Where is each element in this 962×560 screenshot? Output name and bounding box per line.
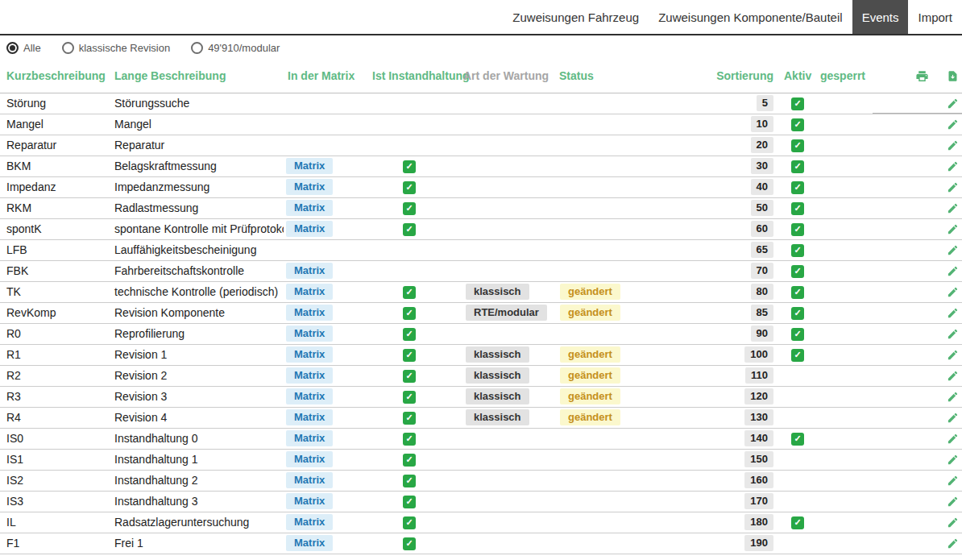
instandhaltung-checkbox[interactable] [403,454,416,467]
gesperrt-cell [818,449,873,470]
instandhaltung-checkbox[interactable] [403,433,416,446]
instandhaltung-checkbox[interactable] [403,181,416,194]
radio-icon[interactable] [191,42,203,54]
edit-icon[interactable] [947,160,959,172]
edit-icon[interactable] [947,118,959,131]
aktiv-checkbox[interactable] [791,286,804,299]
aktiv-checkbox[interactable] [791,223,804,236]
edit-icon[interactable] [947,202,959,214]
instandhaltung-checkbox[interactable] [403,202,416,215]
row-spacer-cell [873,449,940,470]
edit-icon[interactable] [947,496,959,508]
aktiv-checkbox[interactable] [791,265,804,278]
aktiv-checkbox[interactable] [791,202,804,215]
table-row: RKM Radlastmessung Matrix 50 [0,197,962,218]
lange-label: Störungssuche [114,97,189,110]
export-icon[interactable] [947,69,959,83]
edit-icon[interactable] [947,307,959,319]
edit-icon[interactable] [947,433,959,445]
status-badge: geändert [560,388,620,404]
aktiv-checkbox[interactable] [791,349,804,362]
radio-icon[interactable] [6,42,19,54]
table-row: BKM Belagskraftmessung Matrix 30 [0,156,962,176]
tab-zuweisungen-fahrzeug[interactable]: Zuweisungen Fahrzeug [503,0,649,34]
filter-option-alle[interactable]: Alle [6,42,41,54]
aktiv-checkbox[interactable] [791,516,804,529]
edit-icon[interactable] [947,349,959,361]
aktiv-checkbox[interactable] [791,139,804,152]
instandhaltung-checkbox[interactable] [403,223,416,236]
row-spacer-cell [873,302,940,323]
tab-import[interactable]: Import [908,0,962,34]
lange-label: Fahrbereitschaftskontrolle [114,264,244,277]
instandhaltung-checkbox[interactable] [403,328,416,341]
instandhaltung-checkbox[interactable] [403,475,416,487]
edit-icon[interactable] [947,537,959,550]
kurz-label: BKM [6,160,31,172]
kurz-label: R0 [6,327,21,340]
aktiv-checkbox[interactable] [791,307,804,320]
kurz-label: IS0 [6,432,23,445]
row-spacer-cell [873,470,940,491]
table-row: FBK Fahrbereitschaftskontrolle Matrix 70 [0,260,962,281]
edit-icon[interactable] [947,391,959,403]
aktiv-checkbox[interactable] [791,433,804,446]
edit-icon[interactable] [947,454,959,466]
edit-icon[interactable] [947,328,959,340]
edit-icon[interactable] [947,516,959,529]
instandhaltung-checkbox[interactable] [403,412,416,425]
instandhaltung-checkbox[interactable] [403,160,416,173]
instandhaltung-checkbox[interactable] [403,496,416,508]
instandhaltung-checkbox[interactable] [403,537,416,550]
inline-edit-field[interactable] [873,93,940,114]
edit-icon[interactable] [947,181,959,193]
edit-icon[interactable] [947,223,959,235]
table-row: IL Radsatzlageruntersuchung Matrix 180 [0,512,962,533]
edit-icon[interactable] [947,139,959,151]
edit-icon[interactable] [947,286,959,298]
lange-label: Frei 1 [114,537,143,550]
table-row: R4 Revision 4 Matrix klassisch geändert … [0,407,962,428]
instandhaltung-checkbox[interactable] [403,286,416,299]
print-icon[interactable] [915,69,929,83]
edit-icon[interactable] [947,412,959,424]
tab-zuweisungen-komponente-bauteil[interactable]: Zuweisungen Komponente/Bauteil [649,0,852,34]
instandhaltung-checkbox[interactable] [403,349,416,362]
edit-icon[interactable] [947,244,959,256]
sortierung-value: 5 [757,95,773,111]
aktiv-checkbox[interactable] [791,328,804,341]
instandhaltung-checkbox[interactable] [403,370,416,383]
instandhaltung-checkbox[interactable] [403,516,416,529]
kurz-label: TK [6,285,21,298]
gesperrt-cell [818,281,873,302]
edit-icon[interactable] [947,475,959,487]
kurz-label: Mangel [6,118,44,131]
tab-events[interactable]: Events [852,0,909,34]
kurz-label: IL [6,516,16,529]
gesperrt-cell [818,93,873,114]
aktiv-checkbox[interactable] [791,181,804,194]
filter-radio-group: Alle klassische Revision 49'910/modular [0,35,962,60]
filter-option-49910-modular[interactable]: 49'910/modular [191,42,280,54]
edit-icon[interactable] [947,265,959,277]
instandhaltung-checkbox[interactable] [403,391,416,404]
gesperrt-cell [818,260,873,281]
wartung-badge: klassisch [466,284,529,300]
gesperrt-cell [818,512,873,533]
sortierung-value: 150 [744,451,773,467]
table-row: RevKomp Revision Komponente Matrix RTE/m… [0,302,962,323]
instandhaltung-checkbox[interactable] [403,307,416,320]
lange-label: technische Kontrolle (periodisch) [114,285,278,298]
filter-option-klassische-revision[interactable]: klassische Revision [62,42,170,54]
edit-icon[interactable] [947,97,959,110]
sortierung-value: 100 [744,346,773,363]
aktiv-checkbox[interactable] [791,160,804,173]
kurz-label: R3 [6,390,21,403]
aktiv-checkbox[interactable] [791,118,804,131]
aktiv-checkbox[interactable] [791,97,804,110]
edit-icon[interactable] [947,370,959,382]
radio-icon[interactable] [62,42,74,54]
lange-label: Lauffähigkeitsbescheinigung [114,243,256,256]
kurz-label: R4 [6,411,21,424]
aktiv-checkbox[interactable] [791,244,804,257]
